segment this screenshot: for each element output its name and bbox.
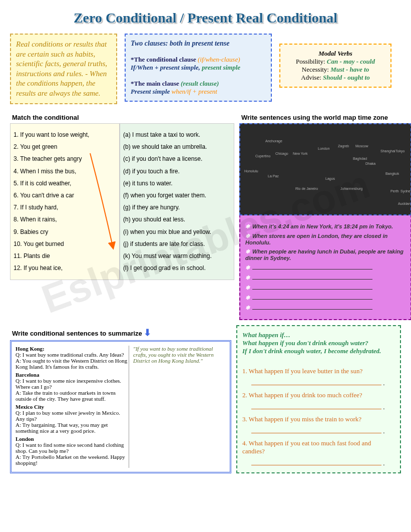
whatif-blank[interactable]: [251, 433, 381, 433]
match-right-item: (c) if you don't have a license.: [123, 154, 231, 164]
clause-line4b: when/if + present: [172, 88, 217, 95]
whatif-blank[interactable]: [251, 409, 381, 409]
match-left-item: 6. You can't drive a car: [14, 191, 116, 200]
modal-p1v: Can - may - could: [327, 58, 375, 65]
match-right-item: (g) if they are hungry.: [123, 203, 231, 212]
summarize-header: Write conditional sentences to summarize…: [10, 325, 153, 340]
match-right-item: (d) if you touch a fire.: [123, 167, 231, 176]
summarize-city: Hong Kong:Q: I want buy some traditional…: [16, 346, 129, 370]
match-right-item: (a) I must take a taxi to work.: [123, 130, 231, 140]
match-right-item: (b) we should take an umbrella.: [123, 142, 231, 152]
clause-line1b: (if/when-clause): [198, 56, 240, 63]
whatif-ex1: What happen if you don't drink enough wa…: [242, 339, 395, 347]
match-right-item: (e) it tuns to water.: [123, 179, 231, 188]
match-left-item: 2. You get green: [14, 142, 116, 152]
whatif-blank[interactable]: [251, 385, 381, 385]
summarize-example: "If you want to buy some traditional cra…: [129, 346, 226, 468]
modal-title: Modal Verbs: [285, 50, 385, 58]
match-box: 1. If you want to lose weight,2. You get…: [10, 123, 234, 280]
timezone-blank[interactable]: ❄: [245, 294, 405, 301]
match-left-item: 1. If you want to lose weight,: [14, 130, 116, 140]
timezone-blank[interactable]: ❄: [245, 264, 405, 271]
match-right-item: (f) when you forget water them.: [123, 191, 231, 200]
clause-line4: Present simple: [131, 88, 172, 95]
match-left-item: 12. If you heat ice,: [14, 263, 116, 273]
match-right-item: (l) I get good grad es in school.: [123, 263, 231, 273]
clause-line1: *The conditional clause: [131, 56, 198, 63]
whatif-question: 2. What happen if you drink too much cof…: [242, 391, 395, 399]
match-left-item: 7. If I study hard,: [14, 203, 116, 212]
modal-p3: Advise:: [301, 74, 323, 81]
match-left-item: 8. When it rains,: [14, 215, 116, 224]
timezone-header: Write sentences using the world map time…: [239, 112, 390, 123]
world-map-image: Anchorage Cupertino Chicago New York Hon…: [239, 123, 411, 215]
modal-p3v: Should - ought to: [323, 74, 370, 81]
page-title: Zero Conditional / Present Real Conditio…: [10, 10, 401, 26]
match-left-item: 5. If it is cold weather,: [14, 179, 116, 188]
clauses-header: Two clauses: both in present tense: [131, 40, 266, 48]
clause-line3: *The main clause: [131, 80, 181, 87]
timezone-examples-box: ❄When it's 4:24 am in New York, it's 18:…: [239, 214, 411, 320]
clause-line3b: (result clause): [181, 80, 219, 87]
match-left-item: 9. Babies cry: [14, 227, 116, 237]
match-left-item: 3. The teacher gets angry: [14, 154, 116, 164]
summarize-city: LondonQ: I want to find some nice second…: [16, 436, 129, 466]
timezone-example: ❄When people are having lunch in Dubai, …: [245, 248, 405, 261]
modal-p2: Necessity:: [302, 66, 330, 73]
match-left-item: 4. When I miss the bus,: [14, 167, 116, 176]
down-arrow-icon: ⬇: [144, 328, 151, 338]
whatif-question: 1. What happen If you leave butter in th…: [242, 367, 395, 375]
modal-p2v: Must - have to: [330, 66, 369, 73]
clause-line2b: present simple: [202, 64, 240, 71]
match-right-column: (a) I must take a taxi to work.(b) we sh…: [120, 123, 234, 280]
whatif-question: 3. What happen if you miss the train to …: [242, 415, 395, 423]
timezone-blank[interactable]: ❄: [245, 274, 405, 281]
timezone-blank[interactable]: ❄: [245, 304, 405, 311]
match-left-item: 10. You get burned: [14, 239, 116, 249]
match-right-item: (k) You must wear warm clothing.: [123, 251, 231, 261]
timezone-blank[interactable]: ❄: [245, 284, 405, 291]
clause-line2: If/When + present simple,: [131, 64, 202, 71]
whatif-box: What happen if… What happen if you don't…: [236, 325, 401, 473]
modal-box: Modal Verbs Possibility: Can - may - cou…: [279, 44, 391, 88]
match-left-column: 1. If you want to lose weight,2. You get…: [10, 123, 120, 280]
whatif-title: What happen if…: [242, 331, 395, 339]
clauses-box: Two clauses: both in present tense *The …: [125, 34, 272, 102]
modal-p1: Possibility:: [296, 58, 327, 65]
whatif-blank[interactable]: [251, 465, 381, 465]
match-right-item: (h) you should eat less.: [123, 215, 231, 224]
summarize-city: Mexico CityQ: I plan to buy some silver …: [16, 404, 129, 434]
match-header: Match the conditional: [10, 112, 81, 123]
whatif-question: 4. What happen if you eat too much fast …: [242, 439, 395, 455]
match-right-item: (i) when you mix blue and yellow.: [123, 227, 231, 237]
whatif-ex2: If I don't drink enough water, I become …: [242, 347, 395, 355]
match-right-item: (j) if students are late for class.: [123, 239, 231, 249]
summarize-box: Hong Kong:Q: I want buy some traditional…: [10, 340, 231, 473]
match-left-item: 11. Plants die: [14, 251, 116, 261]
timezone-example: ❄When stores are open in London, they ar…: [245, 233, 405, 245]
intro-box: Real conditions or results that are cert…: [10, 34, 117, 104]
timezone-example: ❄When it's 4:24 am in New York, it's 18:…: [245, 223, 405, 230]
summarize-city: BarcelonaQ: I want to buy some nice inex…: [16, 372, 129, 402]
